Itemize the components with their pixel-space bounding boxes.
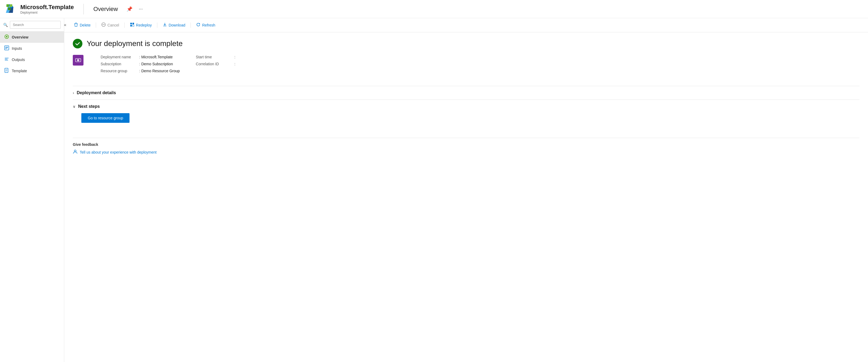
deployment-details-chevron: › [73, 91, 74, 95]
deployment-details-title: Deployment details [77, 90, 116, 95]
deployment-complete-icon [73, 39, 83, 49]
refresh-label: Refresh [202, 23, 215, 27]
feedback-link-text: Tell us about your experience with deplo… [80, 150, 157, 154]
download-icon [163, 23, 167, 28]
search-icon: 🔍 [3, 23, 8, 27]
page-content: Your deployment is complete Deployment n… [64, 32, 868, 362]
resource-group-value: Demo Resource Group [141, 69, 180, 73]
subscription-value: Demo Subscription [141, 62, 173, 66]
toolbar-sep-2 [124, 23, 125, 28]
inputs-icon [4, 46, 9, 51]
app-subtitle: Deployment [20, 11, 74, 14]
cancel-icon [101, 23, 106, 28]
template-icon [4, 68, 9, 74]
more-button[interactable]: ··· [138, 5, 144, 13]
info-resource-group: Resource group : Demo Resource Group [101, 69, 180, 73]
redeploy-button[interactable]: Redeploy [127, 21, 155, 29]
next-steps-title: Next steps [78, 104, 100, 109]
sidebar-item-overview[interactable]: Overview [0, 32, 64, 43]
svg-rect-5 [8, 7, 11, 10]
overview-label: Overview [12, 35, 28, 39]
svg-rect-25 [130, 25, 132, 27]
toolbar-sep-3 [157, 23, 157, 28]
deployment-complete-banner: Your deployment is complete [73, 39, 860, 49]
refresh-button[interactable]: Refresh [193, 21, 218, 29]
deployment-service-icon [73, 55, 84, 65]
info-col-left: Deployment name : Microsoft.Template Sub… [101, 55, 180, 73]
svg-rect-19 [74, 24, 78, 24]
info-deployment-name: Deployment name : Microsoft.Template [101, 55, 180, 59]
resource-group-label: Resource group [101, 69, 138, 73]
go-to-resource-group-button[interactable]: Go to resource group [81, 113, 129, 123]
info-subscription: Subscription : Demo Subscription [101, 62, 180, 66]
deployment-info: Deployment name : Microsoft.Template Sub… [101, 55, 237, 73]
redeploy-label: Redeploy [136, 23, 152, 27]
sidebar-item-outputs[interactable]: Outputs [0, 54, 64, 65]
cancel-button[interactable]: Cancel [98, 21, 122, 29]
search-bar: 🔍 « [0, 18, 64, 32]
outputs-label: Outputs [12, 58, 25, 62]
outputs-icon [4, 57, 9, 63]
delete-icon [74, 23, 78, 28]
template-label: Template [12, 69, 27, 73]
svg-rect-4 [10, 4, 12, 7]
app-name: Microsoft.Template [20, 4, 74, 11]
svg-rect-26 [132, 25, 134, 27]
svg-rect-23 [130, 23, 132, 24]
page-title: Overview [93, 6, 118, 12]
next-steps-section: ∨ Next steps Go to resource group [73, 99, 860, 131]
search-input[interactable] [10, 21, 61, 29]
refresh-icon [196, 23, 200, 28]
feedback-user-icon [73, 149, 78, 155]
deployment-info-row: Deployment name : Microsoft.Template Sub… [73, 55, 860, 81]
azure-logo [5, 3, 16, 15]
toolbar-sep-1 [96, 23, 96, 28]
download-button[interactable]: Download [159, 21, 188, 29]
header-actions: 📌 ··· [125, 5, 144, 13]
next-steps-content: Go to resource group [73, 109, 860, 127]
info-correlation-id: Correlation ID : [196, 62, 237, 66]
feedback-link[interactable]: Tell us about your experience with deplo… [73, 149, 860, 155]
sidebar-item-template[interactable]: Template [0, 65, 64, 77]
next-steps-header[interactable]: ∨ Next steps [73, 104, 860, 109]
toolbar-sep-4 [190, 23, 191, 28]
info-start-time: Start time : [196, 55, 237, 59]
correlation-id-label: Correlation ID [196, 62, 233, 66]
deployment-details-section: › Deployment details [73, 86, 860, 99]
svg-rect-24 [132, 23, 134, 24]
deployment-details-header[interactable]: › Deployment details [73, 90, 860, 95]
svg-point-31 [74, 150, 76, 152]
start-time-label: Start time [196, 55, 233, 59]
sidebar-nav: Overview Inputs Outputs Template [0, 32, 64, 77]
next-steps-chevron: ∨ [73, 104, 75, 109]
sidebar-item-inputs[interactable]: Inputs [0, 43, 64, 54]
svg-rect-20 [75, 23, 77, 23]
pin-button[interactable]: 📌 [125, 5, 133, 13]
info-col-right: Start time : Correlation ID : [196, 55, 237, 73]
redeploy-icon [130, 23, 134, 28]
deployment-complete-title: Your deployment is complete [87, 39, 183, 48]
inputs-label: Inputs [12, 46, 22, 51]
cancel-label: Cancel [107, 23, 119, 27]
feedback-section: Give feedback Tell us about your experie… [73, 138, 860, 155]
deployment-name-label: Deployment name [101, 55, 138, 59]
svg-rect-3 [6, 4, 9, 7]
download-label: Download [168, 23, 185, 27]
header-title-block: Microsoft.Template Deployment [20, 4, 74, 14]
header-divider [84, 4, 84, 14]
delete-label: Delete [80, 23, 90, 27]
main-layout: 🔍 « Overview Inputs Outputs [0, 18, 868, 362]
deployment-name-value: Microsoft.Template [141, 55, 173, 59]
sidebar: 🔍 « Overview Inputs Outputs [0, 18, 64, 362]
svg-point-7 [6, 36, 7, 37]
feedback-title: Give feedback [73, 142, 860, 147]
toolbar: Delete Cancel Redeploy Dow [64, 18, 868, 32]
header: Microsoft.Template Deployment Overview 📌… [0, 0, 868, 18]
subscription-label: Subscription [101, 62, 138, 66]
overview-icon [4, 34, 9, 40]
delete-button[interactable]: Delete [71, 21, 94, 29]
